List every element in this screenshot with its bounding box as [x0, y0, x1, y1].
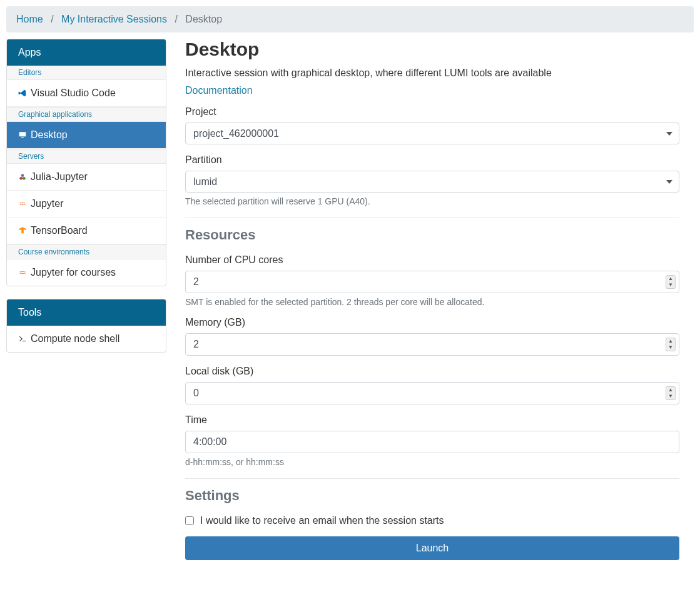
breadcrumb-separator: / [51, 14, 53, 24]
apps-group-graphical: Graphical applications [7, 107, 166, 122]
svg-point-2 [21, 174, 24, 177]
cpu-input[interactable] [185, 271, 679, 293]
breadcrumb-home[interactable]: Home [16, 14, 43, 24]
apps-panel-header: Apps [7, 39, 166, 66]
page-description: Interactive session with graphical deskt… [185, 68, 679, 79]
jupyter-icon [18, 199, 27, 208]
sidebar-item-jupyter[interactable]: Jupyter [7, 191, 166, 218]
settings-header: Settings [185, 488, 679, 504]
partition-select[interactable]: lumid [185, 171, 679, 193]
time-help: d-hh:mm:ss, or hh:mm:ss [185, 457, 679, 467]
memory-label: Memory (GB) [185, 317, 679, 328]
resources-header: Resources [185, 227, 679, 243]
apps-group-servers: Servers [7, 149, 166, 164]
svg-point-0 [19, 177, 23, 180]
breadcrumb: Home / My Interactive Sessions / Desktop [6, 6, 694, 33]
sidebar-item-label: Compute node shell [31, 333, 119, 344]
svg-point-1 [23, 177, 26, 180]
launch-button[interactable]: Launch [185, 536, 679, 560]
jupyter-icon [18, 268, 27, 277]
sidebar-item-vscode[interactable]: Visual Studio Code [7, 80, 166, 107]
cpu-stepper[interactable]: ▲▼ [666, 275, 676, 289]
sidebar-item-label: Julia-Jupyter [31, 171, 88, 183]
disk-input[interactable] [185, 382, 679, 404]
apps-panel: Apps Editors Visual Studio Code Graphica… [6, 39, 166, 286]
desktop-icon [18, 131, 27, 139]
project-select[interactable]: project_462000001 [185, 123, 679, 144]
project-label: Project [185, 106, 679, 118]
sidebar-item-label: TensorBoard [31, 225, 88, 236]
memory-stepper[interactable]: ▲▼ [666, 338, 676, 351]
sidebar-item-label: Jupyter [31, 198, 63, 209]
sidebar-item-label: Visual Studio Code [31, 88, 116, 99]
vscode-icon [18, 89, 27, 98]
memory-input[interactable] [185, 333, 679, 356]
sidebar-item-tensorboard[interactable]: TensorBoard [7, 218, 166, 244]
disk-stepper[interactable]: ▲▼ [666, 386, 676, 400]
apps-group-course: Course environments [7, 244, 166, 259]
divider [185, 218, 679, 218]
breadcrumb-sessions[interactable]: My Interactive Sessions [61, 14, 167, 24]
cpu-help: SMT is enabled for the selected partitio… [185, 297, 679, 307]
breadcrumb-current: Desktop [185, 14, 222, 24]
email-checkbox[interactable] [185, 516, 194, 525]
partition-label: Partition [185, 154, 679, 166]
sidebar-item-compute-shell[interactable]: Compute node shell [7, 326, 166, 352]
julia-icon [18, 173, 27, 181]
sidebar-item-label: Jupyter for courses [31, 267, 116, 278]
email-checkbox-label: I would like to receive an email when th… [200, 515, 444, 526]
time-input[interactable] [185, 431, 679, 453]
divider [185, 478, 679, 479]
sidebar-item-julia-jupyter[interactable]: Julia-Jupyter [7, 164, 166, 191]
tools-panel-header: Tools [7, 299, 166, 326]
tensorboard-icon [18, 226, 27, 235]
breadcrumb-separator: / [175, 14, 177, 24]
sidebar-item-jupyter-courses[interactable]: Jupyter for courses [7, 259, 166, 286]
cpu-label: Number of CPU cores [185, 254, 679, 266]
terminal-icon [18, 334, 27, 343]
sidebar-item-label: Desktop [31, 129, 68, 141]
page-title: Desktop [185, 39, 679, 60]
tools-panel: Tools Compute node shell [6, 299, 166, 353]
documentation-link[interactable]: Documentation [185, 85, 253, 96]
apps-group-editors: Editors [7, 66, 166, 80]
partition-help: The selected partition will reserve 1 GP… [185, 196, 679, 206]
sidebar-item-desktop[interactable]: Desktop [7, 122, 166, 149]
time-label: Time [185, 414, 679, 426]
disk-label: Local disk (GB) [185, 366, 679, 377]
